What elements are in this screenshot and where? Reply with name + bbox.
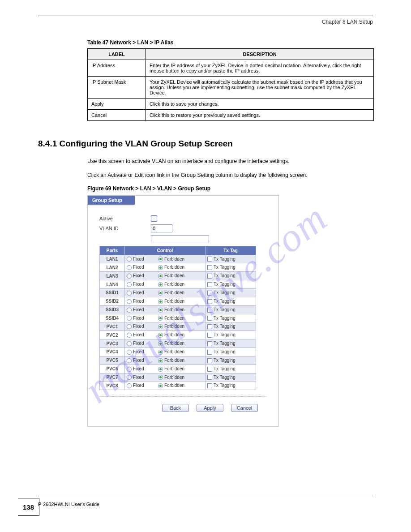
fixed-radio[interactable]: [127, 383, 132, 388]
port-label: SSID2: [100, 297, 125, 305]
port-label: PVC8: [100, 382, 125, 390]
port-row: PVC6FixedForbiddenTx Tagging: [100, 365, 256, 373]
txtag-checkbox[interactable]: [207, 341, 212, 346]
fixed-radio[interactable]: [127, 299, 132, 304]
section-body: Use this screen to activate VLAN on an i…: [87, 158, 373, 165]
port-row: LAN1FixedForbiddenTx Tagging: [100, 255, 256, 263]
txtag-checkbox[interactable]: [207, 274, 212, 279]
apply-button[interactable]: Apply: [197, 404, 223, 412]
control-cell: FixedForbidden: [125, 373, 206, 382]
active-checkbox[interactable]: [151, 215, 157, 222]
port-label: LAN2: [100, 263, 125, 272]
txtag-cell: Tx Tagging: [206, 255, 256, 263]
txtag-label: Tx Tagging: [214, 332, 235, 337]
footer-rule: [38, 496, 373, 496]
txtag-cell: Tx Tagging: [206, 314, 256, 322]
forbidden-label: Forbidden: [164, 265, 184, 270]
table-cell-label: IP Subnet Mask: [88, 77, 146, 99]
txtag-checkbox[interactable]: [207, 324, 212, 329]
txtag-label: Tx Tagging: [214, 265, 235, 270]
control-cell: FixedForbidden: [125, 356, 206, 365]
fixed-radio[interactable]: [127, 291, 132, 296]
txtag-checkbox[interactable]: [207, 350, 212, 355]
txtag-checkbox[interactable]: [207, 383, 212, 388]
control-cell: FixedForbidden: [125, 272, 206, 280]
control-cell: FixedForbidden: [125, 339, 206, 348]
fixed-label: Fixed: [133, 273, 144, 278]
txtag-checkbox[interactable]: [207, 265, 212, 270]
fixed-radio[interactable]: [127, 341, 132, 346]
chapter-title: Chapter 8 LAN Setup: [38, 19, 373, 25]
txtag-checkbox[interactable]: [207, 333, 212, 338]
fixed-radio[interactable]: [127, 333, 132, 338]
forbidden-radio[interactable]: [158, 274, 163, 279]
label-description-table: LABEL DESCRIPTION IP Address Enter the I…: [87, 48, 374, 121]
txtag-checkbox[interactable]: [207, 299, 212, 304]
port-label: PVC7: [100, 373, 125, 382]
txtag-label: Tx Tagging: [214, 316, 235, 321]
forbidden-radio[interactable]: [158, 358, 163, 363]
cancel-button[interactable]: Cancel: [231, 404, 258, 412]
forbidden-radio[interactable]: [158, 324, 163, 329]
txtag-label: Tx Tagging: [214, 383, 235, 388]
forbidden-radio[interactable]: [158, 265, 163, 270]
txtag-checkbox[interactable]: [207, 308, 212, 313]
txtag-label: Tx Tagging: [214, 341, 235, 346]
txtag-label: Tx Tagging: [214, 358, 235, 363]
fixed-radio[interactable]: [127, 282, 132, 287]
vlan-id-input[interactable]: [151, 224, 172, 232]
forbidden-radio[interactable]: [158, 375, 163, 380]
forbidden-radio[interactable]: [158, 341, 163, 346]
fixed-radio[interactable]: [127, 308, 132, 313]
forbidden-radio[interactable]: [158, 367, 163, 372]
port-label: PVC1: [100, 322, 125, 331]
txtag-cell: Tx Tagging: [206, 373, 256, 382]
forbidden-radio[interactable]: [158, 333, 163, 338]
fixed-radio[interactable]: [127, 375, 132, 380]
port-label: PVC6: [100, 365, 125, 373]
fixed-label: Fixed: [133, 316, 144, 321]
forbidden-radio[interactable]: [158, 299, 163, 304]
table-row: Cancel Click this to restore your previo…: [88, 110, 374, 121]
txtag-cell: Tx Tagging: [206, 382, 256, 390]
fixed-radio[interactable]: [127, 274, 132, 279]
secondary-input[interactable]: [151, 235, 209, 243]
port-row: LAN2FixedForbiddenTx Tagging: [100, 263, 256, 272]
table-cell-desc: Click this to restore your previously sa…: [146, 110, 374, 121]
txtag-checkbox[interactable]: [207, 257, 212, 262]
fixed-label: Fixed: [133, 358, 144, 363]
forbidden-radio[interactable]: [158, 316, 163, 321]
forbidden-radio[interactable]: [158, 291, 163, 296]
txtag-checkbox[interactable]: [207, 375, 212, 380]
txtag-cell: Tx Tagging: [206, 305, 256, 314]
txtag-cell: Tx Tagging: [206, 280, 256, 289]
fixed-radio[interactable]: [127, 265, 132, 270]
forbidden-label: Forbidden: [164, 366, 184, 371]
fixed-radio[interactable]: [127, 367, 132, 372]
txtag-checkbox[interactable]: [207, 291, 212, 296]
txtag-checkbox[interactable]: [207, 316, 212, 321]
forbidden-radio[interactable]: [158, 350, 163, 355]
fixed-radio[interactable]: [127, 324, 132, 329]
forbidden-radio[interactable]: [158, 308, 163, 313]
fixed-radio[interactable]: [127, 257, 132, 262]
control-cell: FixedForbidden: [125, 331, 206, 339]
txtag-checkbox[interactable]: [207, 367, 212, 372]
txtag-checkbox[interactable]: [207, 282, 212, 287]
forbidden-radio[interactable]: [158, 383, 163, 388]
forbidden-radio[interactable]: [158, 257, 163, 262]
forbidden-radio[interactable]: [158, 282, 163, 287]
fixed-radio[interactable]: [127, 350, 132, 355]
port-label: PVC4: [100, 348, 125, 356]
port-row: PVC4FixedForbiddenTx Tagging: [100, 348, 256, 356]
fixed-radio[interactable]: [127, 358, 132, 363]
active-label: Active: [99, 216, 151, 221]
table-cell-label: Apply: [88, 99, 146, 110]
table-header-description: DESCRIPTION: [146, 49, 374, 60]
txtag-checkbox[interactable]: [207, 358, 212, 363]
txtag-cell: Tx Tagging: [206, 348, 256, 356]
fixed-radio[interactable]: [127, 316, 132, 321]
back-button[interactable]: Back: [162, 404, 189, 412]
port-row: PVC7FixedForbiddenTx Tagging: [100, 373, 256, 382]
forbidden-label: Forbidden: [164, 282, 184, 287]
